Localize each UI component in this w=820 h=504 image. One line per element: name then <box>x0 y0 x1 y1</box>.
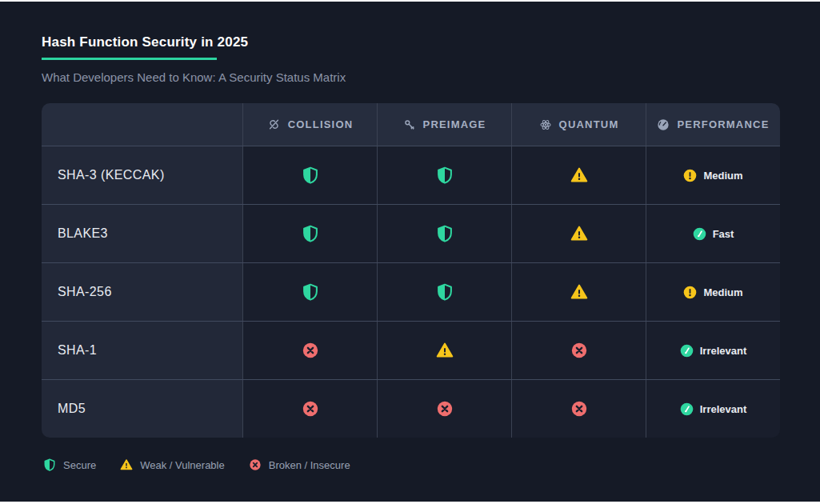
column-header-quantum: QUANTUM <box>511 103 646 146</box>
row-label: SHA-3 (KECCAK) <box>42 146 242 204</box>
column-header-preimage: PREIMAGE <box>377 103 511 146</box>
legend-label: Broken / Insecure <box>269 459 350 471</box>
secure-shield-icon <box>436 283 454 301</box>
column-header-label: PREIMAGE <box>423 118 486 130</box>
collision-status-cell <box>242 322 377 379</box>
row-label: BLAKE3 <box>42 205 242 262</box>
header-corner-cell <box>42 103 242 146</box>
performance-badge: Irrelevant <box>646 380 780 438</box>
preimage-status-cell <box>377 205 511 262</box>
fast-gauge-icon <box>680 344 694 358</box>
collision-status-cell <box>242 263 377 321</box>
collision-status-cell <box>242 205 377 262</box>
legend-item: Broken / Insecure <box>249 458 350 471</box>
secure-shield-icon <box>302 225 319 242</box>
performance-badge: Medium <box>646 146 780 204</box>
medium-speed-icon <box>683 286 697 299</box>
row-label: MD5 <box>42 380 242 438</box>
key-icon <box>403 118 416 131</box>
broken-link-icon <box>267 118 281 131</box>
table-row: SHA-256Medium <box>42 262 780 321</box>
legend: SecureWeak / VulnerableBroken / Insecure <box>42 458 780 471</box>
broken-x-icon <box>249 458 262 471</box>
quantum-status-cell <box>511 146 646 204</box>
row-label: SHA-256 <box>42 263 242 321</box>
warning-triangle-icon <box>570 225 588 242</box>
performance-badge: Medium <box>646 263 780 321</box>
performance-label: Irrelevant <box>700 345 747 357</box>
table-row: SHA-1Irrelevant <box>42 321 780 379</box>
table-row: MD5Irrelevant <box>42 379 780 438</box>
infographic-card: Hash Function Security in 2025 What Deve… <box>0 2 820 502</box>
performance-label: Fast <box>713 228 734 240</box>
broken-x-icon <box>570 342 588 359</box>
performance-label: Medium <box>703 286 742 298</box>
gauge-icon <box>657 118 670 131</box>
quantum-status-cell <box>511 205 646 262</box>
performance-badge: Irrelevant <box>646 322 780 379</box>
legend-label: Secure <box>63 459 96 471</box>
column-header-label: QUANTUM <box>559 118 619 130</box>
collision-status-cell <box>242 380 377 438</box>
quantum-status-cell <box>511 263 646 321</box>
warning-triangle-icon <box>436 342 454 359</box>
secure-shield-icon <box>302 283 319 301</box>
preimage-status-cell <box>377 263 511 321</box>
table-row: BLAKE3Fast <box>42 204 780 262</box>
fast-gauge-icon <box>680 402 694 416</box>
column-header-collision: COLLISION <box>242 103 377 146</box>
warning-triangle-icon <box>570 283 588 301</box>
security-matrix-table: COLLISION PREIMAGE <box>42 103 780 438</box>
quantum-status-cell <box>511 380 646 438</box>
broken-x-icon <box>570 400 588 418</box>
table-row: SHA-3 (KECCAK)Medium <box>42 146 780 204</box>
legend-item: Secure <box>43 458 96 471</box>
performance-label: Irrelevant <box>700 403 747 415</box>
title-underline <box>42 58 217 60</box>
legend-label: Weak / Vulnerable <box>140 459 225 471</box>
broken-x-icon <box>302 400 319 418</box>
warning-triangle-icon <box>120 458 133 471</box>
broken-x-icon <box>436 400 454 418</box>
preimage-status-cell <box>377 322 511 379</box>
secure-shield-icon <box>436 166 454 184</box>
preimage-status-cell <box>377 146 511 204</box>
legend-item: Weak / Vulnerable <box>120 458 225 471</box>
atom-icon <box>539 118 552 131</box>
secure-shield-icon <box>302 166 319 184</box>
broken-x-icon <box>302 342 319 359</box>
column-header-label: COLLISION <box>288 118 354 130</box>
column-header-label: PERFORMANCE <box>677 118 769 130</box>
table-header-row: COLLISION PREIMAGE <box>42 103 780 146</box>
fast-gauge-icon <box>693 227 706 241</box>
page-title: Hash Function Security in 2025 <box>42 34 780 50</box>
page-subtitle: What Developers Need to Know: A Security… <box>42 70 780 84</box>
secure-shield-icon <box>43 458 56 471</box>
quantum-status-cell <box>511 322 646 379</box>
performance-badge: Fast <box>646 205 780 262</box>
performance-label: Medium <box>703 170 742 182</box>
preimage-status-cell <box>377 380 511 438</box>
row-label: SHA-1 <box>42 322 242 379</box>
medium-speed-icon <box>683 169 697 182</box>
column-header-performance: PERFORMANCE <box>646 103 780 146</box>
warning-triangle-icon <box>570 166 588 184</box>
secure-shield-icon <box>436 225 454 242</box>
collision-status-cell <box>242 146 377 204</box>
